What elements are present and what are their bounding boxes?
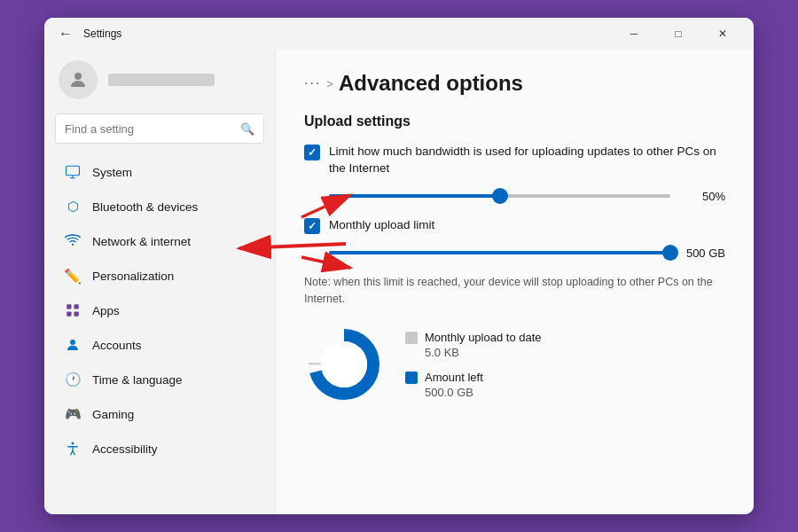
sidebar-item-personalization[interactable]: ✏️ Personalization	[50, 259, 270, 293]
back-button[interactable]: ←	[55, 26, 76, 42]
main-panel: ··· > Advanced options Upload settings L…	[275, 50, 754, 514]
breadcrumb: ··· > Advanced options	[304, 71, 725, 96]
svg-point-8	[72, 442, 74, 445]
sidebar-item-bluetooth-label: Bluetooth & devices	[92, 200, 198, 214]
slider2-track	[329, 251, 670, 254]
user-name-bar	[108, 74, 215, 86]
slider2-value: 500 GB	[681, 246, 725, 260]
search-input[interactable]	[65, 122, 233, 136]
checkbox2[interactable]	[304, 218, 320, 234]
sidebar-item-accessibility[interactable]: Accessibility	[50, 432, 270, 466]
svg-rect-3	[66, 304, 71, 309]
minimize-button[interactable]: ─	[614, 18, 654, 50]
maximize-button[interactable]: □	[658, 18, 699, 50]
svg-rect-4	[74, 304, 79, 309]
legend-dot-used	[405, 332, 418, 344]
time-icon: 🕐	[64, 371, 82, 388]
svg-point-11	[321, 341, 367, 387]
personalization-icon: ✏️	[64, 267, 82, 285]
breadcrumb-dots: ···	[304, 75, 321, 91]
legend-text-remaining: Amount left 500.0 GB	[425, 370, 483, 399]
breadcrumb-sep: >	[326, 77, 333, 90]
checkbox1-row: Limit how much bandwidth is used for upl…	[304, 144, 725, 177]
avatar	[59, 60, 98, 99]
legend-text-used: Monthly upload to date 5.0 KB	[425, 330, 542, 359]
titlebar-left: ← Settings	[55, 26, 121, 42]
close-button[interactable]: ✕	[702, 18, 743, 50]
sidebar-item-system[interactable]: System	[50, 155, 270, 189]
sidebar-item-gaming[interactable]: 🎮 Gaming	[50, 397, 270, 431]
sidebar-item-time[interactable]: 🕐 Time & language	[50, 363, 270, 396]
svg-point-2	[72, 244, 74, 246]
note-text: Note: when this limit is reached, your d…	[304, 274, 725, 308]
slider1-thumb[interactable]	[492, 188, 508, 204]
slider2-row: 500 GB	[329, 246, 725, 260]
window-title: Settings	[83, 27, 121, 40]
accessibility-icon	[64, 440, 82, 458]
nav-list: System ⬡ Bluetooth & devices Network & i…	[44, 154, 275, 507]
sidebar-item-system-label: System	[92, 166, 132, 179]
sidebar-item-gaming-label: Gaming	[92, 408, 134, 421]
slider2-thumb[interactable]	[662, 245, 678, 261]
search-box[interactable]: 🔍	[55, 113, 264, 144]
accounts-icon	[64, 336, 82, 354]
sidebar: 🔍 System ⬡ Bluetooth & devices	[44, 50, 275, 514]
titlebar: ← Settings ─ □ ✕	[44, 18, 754, 50]
legend: Monthly upload to date 5.0 KB Amount lef…	[405, 330, 542, 399]
sidebar-item-apps-label: Apps	[92, 304, 120, 317]
checkbox2-label: Monthly upload limit	[329, 217, 434, 234]
system-icon	[64, 163, 82, 181]
sidebar-item-personalization-label: Personalization	[92, 270, 174, 283]
upload-settings-title: Upload settings	[304, 113, 725, 129]
svg-rect-5	[66, 312, 71, 317]
svg-point-7	[70, 340, 75, 345]
checkbox1-label: Limit how much bandwidth is used for upl…	[329, 144, 725, 177]
main-content: 🔍 System ⬡ Bluetooth & devices	[44, 50, 754, 514]
svg-rect-6	[74, 312, 79, 317]
window-controls: ─ □ ✕	[614, 18, 743, 50]
settings-window: ← Settings ─ □ ✕ 🔍	[44, 18, 754, 514]
sidebar-item-network[interactable]: Network & internet	[50, 224, 270, 258]
sidebar-item-network-label: Network & internet	[92, 235, 191, 248]
donut-section: Monthly upload to date 5.0 KB Amount lef…	[304, 325, 725, 404]
network-icon	[64, 232, 82, 250]
slider1-fill	[329, 194, 500, 198]
donut-chart	[304, 325, 384, 404]
gaming-icon: 🎮	[64, 405, 82, 423]
sidebar-item-accounts-label: Accounts	[92, 339, 142, 352]
svg-point-0	[74, 73, 82, 80]
sidebar-item-accessibility-label: Accessibility	[92, 442, 158, 456]
sidebar-item-accounts[interactable]: Accounts	[50, 328, 270, 362]
bluetooth-icon: ⬡	[64, 198, 82, 215]
sidebar-item-apps[interactable]: Apps	[50, 293, 270, 327]
apps-icon	[64, 301, 82, 319]
search-icon: 🔍	[240, 122, 254, 136]
page-title: Advanced options	[339, 71, 523, 96]
sidebar-item-bluetooth[interactable]: ⬡ Bluetooth & devices	[50, 190, 270, 223]
user-section	[44, 50, 275, 113]
slider1-track	[329, 194, 670, 198]
legend-item-remaining: Amount left 500.0 GB	[405, 370, 542, 399]
checkbox1[interactable]	[304, 145, 320, 160]
sidebar-item-time-label: Time & language	[92, 373, 183, 387]
slider2-fill	[329, 251, 670, 254]
slider1-value: 50%	[681, 190, 725, 203]
legend-item-used: Monthly upload to date 5.0 KB	[405, 330, 542, 359]
slider1-row: 50%	[329, 190, 725, 203]
svg-rect-1	[66, 166, 80, 176]
legend-dot-remaining	[405, 372, 418, 384]
checkbox2-row: Monthly upload limit	[304, 217, 725, 234]
